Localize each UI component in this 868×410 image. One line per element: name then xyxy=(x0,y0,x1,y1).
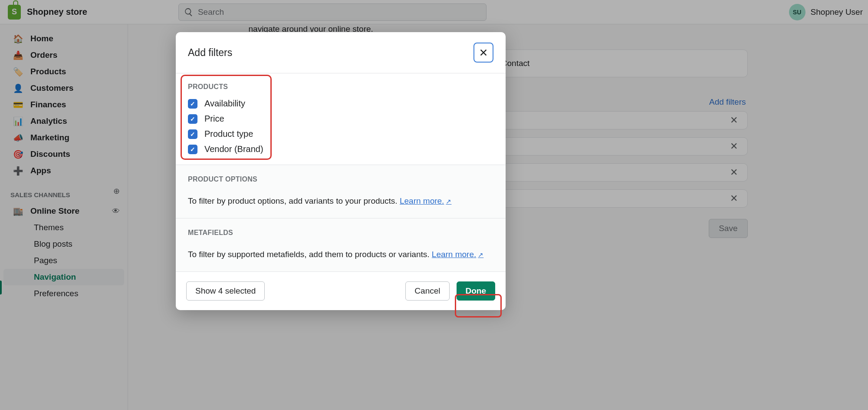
filter-option-price[interactable]: ✓ Price xyxy=(176,111,506,126)
filter-option-product-type[interactable]: ✓ Product type xyxy=(176,126,506,142)
metafields-text: To filter by supported metafields, add t… xyxy=(188,250,493,259)
modal-title: Add filters xyxy=(188,47,232,59)
external-icon: ↗ xyxy=(446,198,451,205)
modal-header: Add filters xyxy=(176,32,506,73)
button-label: Show 4 selected xyxy=(195,286,256,295)
external-icon: ↗ xyxy=(478,251,483,258)
checkbox-checked-icon: ✓ xyxy=(188,99,197,109)
close-button[interactable] xyxy=(473,43,493,63)
learn-more-link[interactable]: Learn more.↗ xyxy=(400,196,451,205)
checkbox-checked-icon: ✓ xyxy=(188,145,197,154)
checkbox-checked-icon: ✓ xyxy=(188,114,197,124)
info-text: To filter by supported metafields, add t… xyxy=(188,250,432,259)
group-products-title: PRODUCTS xyxy=(176,73,506,96)
learn-more-link[interactable]: Learn more.↗ xyxy=(432,250,483,259)
option-label: Availability xyxy=(204,99,245,109)
modal-footer: Show 4 selected Cancel Done xyxy=(176,271,506,310)
option-label: Price xyxy=(204,114,224,124)
group-product-options: PRODUCT OPTIONS To filter by product opt… xyxy=(176,165,506,218)
filter-option-vendor[interactable]: ✓ Vendor (Brand) xyxy=(176,142,506,157)
button-label: Done xyxy=(466,286,487,295)
link-label: Learn more. xyxy=(400,196,444,205)
option-label: Product type xyxy=(204,129,253,139)
cancel-button[interactable]: Cancel xyxy=(405,281,449,301)
show-selected-button[interactable]: Show 4 selected xyxy=(186,281,265,301)
group-metafields: METAFIELDS To filter by supported metafi… xyxy=(176,218,506,271)
modal-body: PRODUCTS ✓ Availability ✓ Price ✓ Produc… xyxy=(176,73,506,271)
option-label: Vendor (Brand) xyxy=(204,144,263,154)
button-label: Cancel xyxy=(414,286,440,295)
checkbox-checked-icon: ✓ xyxy=(188,129,197,139)
done-button[interactable]: Done xyxy=(457,281,496,301)
add-filters-modal: Add filters PRODUCTS ✓ Availability ✓ Pr… xyxy=(176,32,506,310)
group-product-options-title: PRODUCT OPTIONS xyxy=(188,165,493,188)
filter-option-availability[interactable]: ✓ Availability xyxy=(176,96,506,111)
link-label: Learn more. xyxy=(432,250,476,259)
product-options-text: To filter by product options, add varian… xyxy=(188,196,493,206)
group-metafields-title: METAFIELDS xyxy=(188,218,493,242)
close-icon xyxy=(479,48,488,57)
info-text: To filter by product options, add varian… xyxy=(188,196,400,205)
